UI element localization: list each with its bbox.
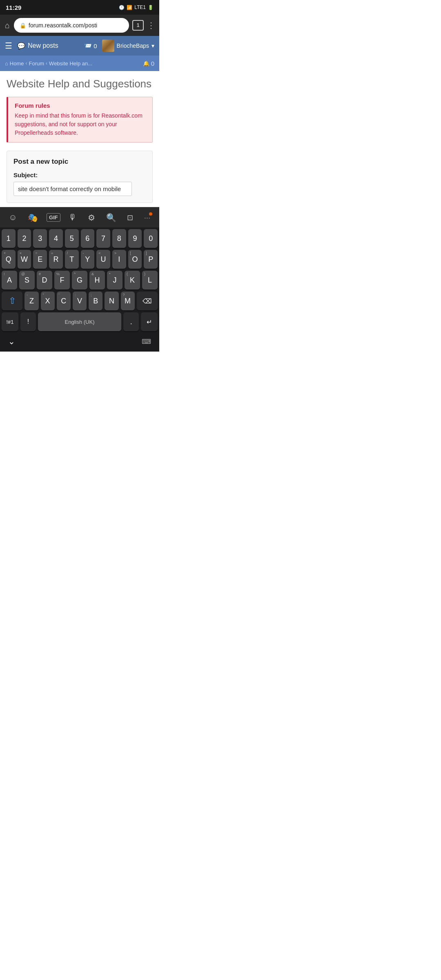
breadcrumb-section[interactable]: Website Help an... — [49, 60, 92, 67]
sticker-button[interactable]: 🎭 — [25, 210, 40, 225]
enter-button[interactable]: ↵ — [141, 312, 158, 331]
translate-button[interactable]: ⊡ — [125, 211, 136, 225]
status-time: 11:29 — [6, 4, 21, 11]
emoji-button[interactable]: ☺ — [6, 210, 19, 225]
browser-home-button[interactable]: ⌂ — [4, 20, 11, 31]
microphone-button[interactable]: 🎙 — [66, 210, 79, 225]
special-chars-button[interactable]: !#1 — [2, 312, 18, 331]
forum-rules-box: Forum rules Keep in mind that this forum… — [7, 97, 153, 143]
notifications-button[interactable]: 📨 0 — [84, 42, 97, 49]
key-4[interactable]: 4 — [49, 229, 63, 248]
alarm-icon: 🕐 — [119, 5, 125, 10]
search-button[interactable]: 🔍 — [104, 210, 119, 225]
key-e[interactable]: ÷E — [33, 250, 47, 269]
bottom-bar: ⌄ ⌨ — [0, 331, 159, 352]
tab-count-button[interactable]: 1 — [132, 20, 144, 31]
key-5[interactable]: 5 — [65, 229, 79, 248]
post-new-topic-heading: Post a new topic — [13, 158, 146, 166]
key-f[interactable]: %F — [54, 271, 70, 290]
key-w[interactable]: ×W — [18, 250, 31, 269]
key-0[interactable]: 0 — [144, 229, 158, 248]
browser-bar: ⌂ 🔒 forum.reasontalk.com/posti 1 ⋮ — [0, 15, 159, 36]
key-2[interactable]: 2 — [18, 229, 31, 248]
dropdown-chevron-icon: ▾ — [151, 42, 154, 49]
keyboard: 1 2 3 4 5 6 7 8 9 0 +Q ×W ÷E =R /T -Y <U… — [0, 227, 159, 331]
key-a[interactable]: !A — [2, 271, 17, 290]
keyboard-bottom-row: !#1 ! English (UK) . ↵ — [2, 312, 158, 331]
notification-dot — [149, 212, 152, 216]
settings-button[interactable]: ⚙ — [85, 210, 98, 225]
breadcrumb-home[interactable]: Home — [10, 60, 24, 67]
key-x[interactable]: "X — [41, 292, 55, 310]
browser-menu-button[interactable]: ⋮ — [147, 20, 155, 30]
key-h[interactable]: &H — [89, 271, 105, 290]
gif-button[interactable]: GIF — [47, 213, 60, 222]
key-3[interactable]: 3 — [33, 229, 47, 248]
breadcrumb-right: 🔔 0 — [143, 60, 154, 67]
punctuation-button[interactable]: ! — [20, 312, 36, 331]
keyboard-zxcv-row: ⇧ -Z "X 'C :V ;B N ?M ⌫ — [2, 292, 158, 310]
keyboard-options-button[interactable]: ⌨ — [142, 338, 151, 345]
new-posts-label: New posts — [28, 42, 58, 49]
page-title: Website Help and Suggestions — [7, 78, 153, 90]
breadcrumb-forum[interactable]: Forum — [29, 60, 45, 67]
key-o[interactable]: [O — [128, 250, 142, 269]
space-bar[interactable]: English (UK) — [38, 312, 121, 331]
shift-button[interactable]: ⇧ — [2, 292, 22, 310]
page-content: Website Help and Suggestions Forum rules… — [0, 71, 159, 203]
hamburger-menu-button[interactable]: ☰ — [5, 41, 12, 51]
notification-icon: 📨 — [84, 42, 92, 49]
key-c[interactable]: 'C — [57, 292, 71, 310]
forum-rules-text: Keep in mind that this forum is for Reas… — [15, 111, 146, 137]
lock-icon: 🔒 — [20, 22, 26, 29]
breadcrumb-bar: ⌂ Home ‹ Forum ‹ Website Help an... 🔔 0 — [0, 56, 159, 71]
keyboard-toolbar: ☺ 🎭 GIF 🎙 ⚙ 🔍 ⊡ ··· — [0, 207, 159, 227]
keyboard-qwerty-row: +Q ×W ÷E =R /T -Y <U >I [O ]P — [2, 250, 158, 269]
username-label: BriocheBaps — [117, 42, 149, 49]
key-r[interactable]: =R — [49, 250, 63, 269]
more-button[interactable]: ··· — [142, 212, 153, 223]
battery-icon: 🔋 — [148, 5, 154, 10]
breadcrumb-sep2: ‹ — [46, 60, 47, 66]
key-6[interactable]: 6 — [81, 229, 95, 248]
key-k[interactable]: (K — [125, 271, 140, 290]
key-l[interactable]: )L — [142, 271, 158, 290]
key-u[interactable]: <U — [96, 250, 110, 269]
nav-bar: ☰ 💬 New posts 📨 0 BriocheBaps ▾ — [0, 36, 159, 56]
key-v[interactable]: :V — [73, 292, 87, 310]
keyboard-asdf-row: !A @S #D %F ^G &H *J (K )L — [2, 271, 158, 290]
new-posts-button[interactable]: 💬 New posts — [17, 42, 58, 50]
breadcrumb-notification-count: 0 — [151, 60, 154, 67]
key-p[interactable]: ]P — [144, 250, 158, 269]
key-s[interactable]: @S — [19, 271, 35, 290]
url-bar[interactable]: 🔒 forum.reasontalk.com/posti — [14, 18, 129, 33]
key-q[interactable]: +Q — [2, 250, 16, 269]
post-form-area: Post a new topic Subject: — [7, 151, 153, 203]
notification-count: 0 — [94, 42, 97, 49]
backspace-button[interactable]: ⌫ — [137, 292, 158, 310]
keyboard-hide-button[interactable]: ⌄ — [8, 336, 15, 346]
key-j[interactable]: *J — [107, 271, 122, 290]
key-g[interactable]: ^G — [72, 271, 87, 290]
key-7[interactable]: 7 — [96, 229, 110, 248]
key-y[interactable]: -Y — [81, 250, 95, 269]
key-8[interactable]: 8 — [112, 229, 126, 248]
key-9[interactable]: 9 — [128, 229, 142, 248]
breadcrumb-sep1: ‹ — [26, 60, 27, 66]
key-t[interactable]: /T — [65, 250, 79, 269]
key-d[interactable]: #D — [37, 271, 52, 290]
subject-label: Subject: — [13, 172, 146, 178]
key-m[interactable]: ?M — [121, 292, 135, 310]
home-icon: ⌂ — [5, 60, 8, 67]
keyboard-number-row: 1 2 3 4 5 6 7 8 9 0 — [2, 229, 158, 248]
avatar — [102, 40, 114, 52]
key-z[interactable]: -Z — [24, 292, 38, 310]
user-menu-button[interactable]: BriocheBaps ▾ — [102, 40, 154, 52]
key-n[interactable]: N — [105, 292, 118, 310]
key-1[interactable]: 1 — [2, 229, 16, 248]
key-i[interactable]: >I — [112, 250, 126, 269]
subject-input[interactable] — [13, 182, 132, 196]
period-button[interactable]: . — [123, 312, 139, 331]
status-icons: 🕐 📶 LTE1 🔋 — [119, 4, 154, 10]
key-b[interactable]: ;B — [89, 292, 102, 310]
